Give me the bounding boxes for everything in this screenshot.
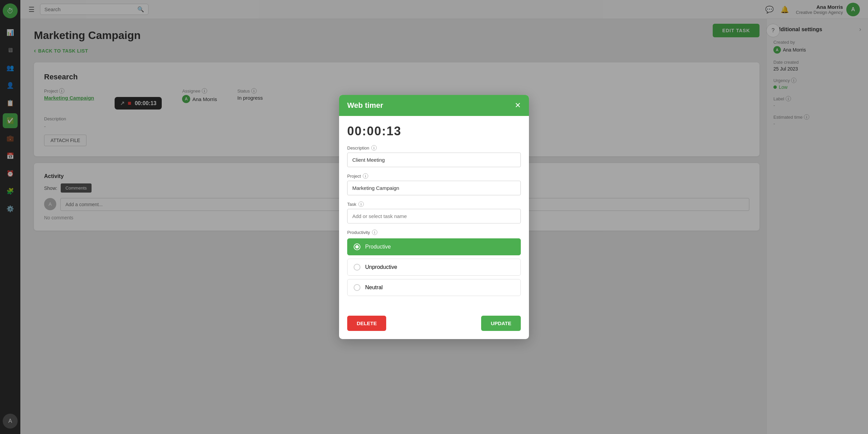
task-field-label: Task ℹ [347,201,521,207]
update-button[interactable]: UPDATE [481,316,521,331]
neutral-radio [354,284,360,291]
modal-header: Web timer ✕ [339,95,529,116]
task-field-group: Task ℹ [347,201,521,223]
productive-label: Productive [365,244,391,250]
description-info-icon: ℹ [371,145,377,151]
productivity-info-icon: ℹ [372,230,377,235]
description-field-input[interactable] [347,153,521,167]
web-timer-modal: Web timer ✕ 00:00:13 Description ℹ Proje… [339,95,529,339]
task-field-input[interactable] [347,209,521,223]
modal-title: Web timer [347,101,383,110]
neutral-option[interactable]: Neutral [347,279,521,296]
description-field-label: Description ℹ [347,145,521,151]
project-field-label: Project ℹ [347,173,521,179]
project-field-group: Project ℹ [347,173,521,195]
project-field-input[interactable] [347,181,521,195]
modal-close-button[interactable]: ✕ [515,101,521,110]
modal-footer: DELETE UPDATE [339,310,529,339]
unproductive-option[interactable]: Unproductive [347,259,521,276]
productive-option[interactable]: Productive [347,238,521,255]
productive-radio [354,243,360,250]
description-field-group: Description ℹ [347,145,521,167]
delete-button[interactable]: DELETE [347,316,386,331]
project-info-icon2: ℹ [363,173,368,179]
productivity-label: Productivity ℹ [347,230,521,235]
unproductive-radio [354,264,360,271]
unproductive-label: Unproductive [365,264,397,270]
modal-body: 00:00:13 Description ℹ Project ℹ Task ℹ [339,116,529,310]
neutral-label: Neutral [365,284,383,291]
productivity-field-group: Productivity ℹ Productive Unproductive N… [347,230,521,296]
task-info-icon: ℹ [358,201,364,207]
modal-timer-display: 00:00:13 [347,124,521,138]
